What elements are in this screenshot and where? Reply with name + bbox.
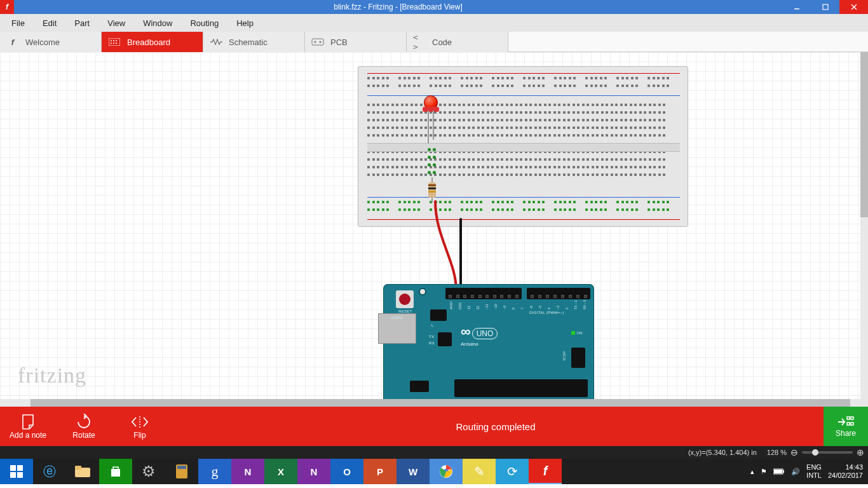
minimize-button[interactable]	[782, 0, 811, 14]
taskbar-powerpoint[interactable]: P	[363, 459, 397, 484]
scrollbar-thumb[interactable]	[31, 399, 850, 407]
vertical-scrollbar[interactable]	[860, 52, 868, 407]
taskbar-fritzing[interactable]: f	[529, 459, 562, 484]
zoom-controls: 128 % ⊖ ⊕	[767, 447, 864, 458]
minimize-icon	[794, 4, 800, 10]
menu-edit[interactable]: Edit	[34, 16, 65, 30]
connection-dot	[428, 171, 431, 174]
app-icon: f	[0, 0, 14, 14]
tray-clock[interactable]: 14:4324/02/2017	[828, 463, 863, 480]
taskbar-ie[interactable]: ⓔ	[33, 459, 66, 484]
canvas[interactable]: RESET ICSP2 DIGITAL (PWM=~) AREFGND1312~…	[0, 52, 868, 407]
connection-dot	[428, 148, 431, 151]
menu-view[interactable]: View	[98, 16, 134, 30]
maximize-button[interactable]	[811, 0, 839, 14]
rotate-button[interactable]: Rotate	[56, 413, 112, 440]
start-button[interactable]	[0, 459, 33, 484]
scrollbar-thumb[interactable]	[860, 52, 868, 217]
windows-icon	[10, 465, 23, 478]
window-title: blink.fzz - Fritzing - [Breadboard View]	[14, 3, 782, 11]
zoom-in-button[interactable]: ⊕	[857, 447, 864, 458]
taskbar-settings[interactable]: ⚙	[132, 459, 165, 484]
svg-point-9	[113, 43, 114, 44]
breadboard-power-bot	[367, 194, 680, 222]
horizontal-scrollbar[interactable]	[0, 399, 868, 407]
icsp-header	[571, 348, 585, 368]
taskbar-google[interactable]: g	[198, 459, 231, 484]
tab-schematic[interactable]: Schematic	[203, 32, 305, 52]
svg-rect-27	[177, 466, 186, 469]
tab-welcome[interactable]: f Welcome	[0, 32, 102, 52]
taskbar-outlook[interactable]: O	[330, 459, 363, 484]
taskbar-store[interactable]	[99, 459, 132, 484]
taskbar-onenote[interactable]: N	[231, 459, 264, 484]
arduino-part[interactable]: RESET ICSP2 DIGITAL (PWM=~) AREFGND1312~…	[383, 284, 594, 407]
close-icon	[851, 4, 857, 10]
taskbar-chrome[interactable]	[430, 459, 463, 484]
add-note-button[interactable]: Add a note	[0, 413, 56, 440]
tray-battery-icon[interactable]	[773, 468, 785, 475]
tab-code[interactable]: < > Code	[407, 32, 508, 52]
tray-flag-icon[interactable]: ⚑	[761, 468, 767, 476]
window-buttons	[782, 0, 868, 14]
folder-icon	[74, 465, 91, 478]
taskbar-sync[interactable]: ⟳	[496, 459, 529, 484]
connection-dot	[428, 156, 431, 159]
tab-pcb[interactable]: PCB	[305, 32, 407, 52]
icsp2-header	[430, 309, 447, 321]
taskbar-onenote2[interactable]: N	[297, 459, 330, 484]
reset-button[interactable]	[396, 290, 414, 308]
icsp-label: ICSP	[562, 351, 566, 360]
svg-rect-31	[783, 470, 784, 473]
taskbar-sticky[interactable]: ✎	[463, 459, 496, 484]
wire-black[interactable]	[458, 216, 483, 294]
tray-language[interactable]: ENGINTL	[806, 463, 822, 480]
led-part[interactable]	[424, 95, 440, 118]
tray-chevron-icon[interactable]: ▴	[750, 468, 754, 476]
svg-rect-19	[10, 465, 16, 471]
tx-label: TX	[429, 335, 434, 339]
share-button[interactable]: Share	[824, 407, 868, 446]
on-label: ON	[571, 331, 583, 335]
led-leg-cathode	[433, 111, 434, 140]
flip-button[interactable]: Flip	[112, 413, 168, 440]
digital-header-left[interactable]	[445, 288, 522, 299]
mount-hole	[419, 288, 426, 295]
tab-label: Code	[432, 37, 452, 47]
menu-routing[interactable]: Routing	[181, 16, 227, 30]
tab-breadboard[interactable]: Breadboard	[102, 32, 203, 52]
arduino-logo: ∞UNO Arduino	[461, 323, 498, 347]
svg-point-8	[111, 43, 112, 44]
small-chip	[438, 332, 452, 346]
digital-header-right[interactable]	[527, 288, 590, 299]
resistor-band	[428, 184, 436, 186]
svg-rect-11	[312, 39, 323, 45]
breadboard-main	[367, 104, 680, 191]
taskbar-excel[interactable]: X	[264, 459, 297, 484]
tab-label: Schematic	[229, 37, 268, 47]
svg-rect-21	[10, 472, 16, 478]
taskbar-explorer[interactable]	[66, 459, 99, 484]
menu-help[interactable]: Help	[227, 16, 262, 30]
zoom-slider[interactable]	[802, 451, 853, 454]
menu-part[interactable]: Part	[65, 16, 98, 30]
taskbar-calculator[interactable]	[165, 459, 198, 484]
rx-label: RX	[429, 341, 435, 345]
svg-rect-20	[17, 465, 23, 471]
fritzing-watermark: fritzing	[18, 363, 86, 388]
menubar: File Edit Part View Window Routing Help	[0, 14, 868, 32]
svg-point-10	[116, 43, 117, 44]
zoom-out-button[interactable]: ⊖	[790, 447, 798, 458]
rotate-icon	[56, 413, 112, 431]
menu-window[interactable]: Window	[134, 16, 181, 30]
flip-label: Flip	[112, 431, 168, 440]
cursor-coords: (x,y)=(5.340, 1.404) in	[688, 449, 757, 456]
tray-volume-icon[interactable]: 🔊	[791, 468, 800, 476]
bottom-toolbar: Add a note Rotate Flip Routing completed…	[0, 407, 868, 446]
breadboard-part[interactable]	[358, 66, 688, 227]
menu-file[interactable]: File	[3, 16, 34, 30]
close-button[interactable]	[839, 0, 868, 14]
calculator-icon	[176, 464, 187, 478]
taskbar-word[interactable]: W	[397, 459, 430, 484]
connection-dot	[428, 163, 431, 166]
